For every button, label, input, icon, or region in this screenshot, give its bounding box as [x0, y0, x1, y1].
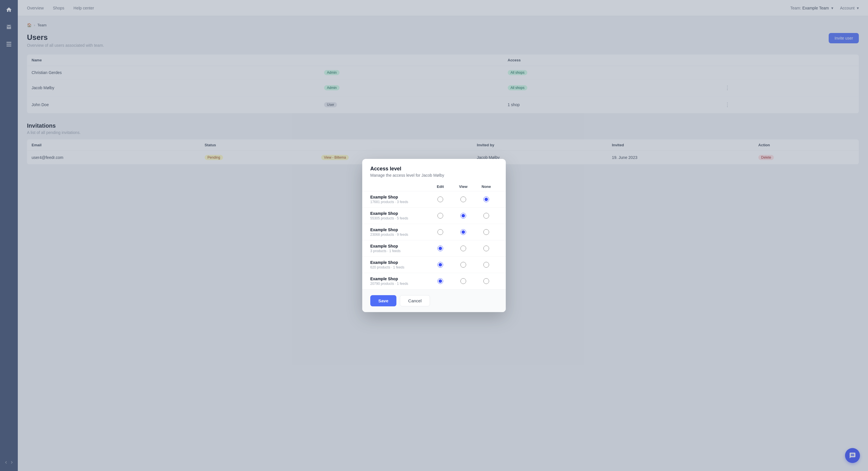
shop-meta: 3 products · 1 feeds — [370, 249, 429, 253]
shop-info: Example Shop 23068 products · 9 feeds — [370, 228, 429, 237]
edit-radio-cell[interactable] — [429, 213, 452, 218]
view-radio[interactable] — [460, 262, 466, 268]
view-radio-cell[interactable] — [452, 197, 475, 202]
shop-info: Example Shop 20790 products · 1 feeds — [370, 276, 429, 286]
view-radio-cell[interactable] — [452, 262, 475, 268]
shop-access-row: Example Shop 3 products · 1 feeds — [362, 240, 506, 257]
view-radio[interactable] — [460, 197, 466, 202]
modal-body: Example Shop 17681 products · 3 feeds Ex… — [362, 191, 506, 289]
view-radio[interactable] — [460, 245, 466, 251]
modal-header: Access level Manage the access level for… — [362, 159, 506, 182]
modal-footer: Save Cancel — [362, 289, 506, 312]
shop-access-row: Example Shop 20790 products · 1 feeds — [362, 273, 506, 289]
edit-radio[interactable] — [437, 213, 443, 218]
none-radio-cell[interactable] — [475, 245, 498, 251]
view-radio-cell[interactable] — [452, 213, 475, 218]
none-radio[interactable] — [484, 213, 489, 218]
shop-name: Example Shop — [370, 244, 429, 248]
shop-access-row: Example Shop 17681 products · 3 feeds — [362, 191, 506, 207]
none-radio-cell[interactable] — [475, 229, 498, 235]
shop-info: Example Shop 17681 products · 3 feeds — [370, 195, 429, 204]
edit-radio-cell[interactable] — [429, 278, 452, 284]
shop-info: Example Shop 3 products · 1 feeds — [370, 244, 429, 253]
modal-subtitle: Manage the access level for Jacob Mølby — [370, 173, 498, 177]
none-radio[interactable] — [484, 262, 489, 268]
view-radio[interactable] — [460, 213, 466, 218]
none-radio[interactable] — [484, 278, 489, 284]
edit-radio-cell[interactable] — [429, 245, 452, 251]
none-radio-cell[interactable] — [475, 197, 498, 202]
shop-access-row: Example Shop 620 products · 1 feeds — [362, 257, 506, 273]
none-radio[interactable] — [484, 245, 489, 251]
shop-name: Example Shop — [370, 228, 429, 232]
access-columns-header: Edit View None — [362, 182, 506, 191]
edit-radio-cell[interactable] — [429, 229, 452, 235]
col-none-header: None — [475, 184, 498, 189]
edit-radio-cell[interactable] — [429, 197, 452, 202]
shop-name: Example Shop — [370, 276, 429, 281]
none-radio-cell[interactable] — [475, 213, 498, 218]
edit-radio[interactable] — [437, 229, 443, 235]
edit-radio[interactable] — [437, 262, 443, 268]
edit-radio[interactable] — [437, 245, 443, 251]
shop-meta: 55305 products · 5 feeds — [370, 216, 429, 220]
shop-info: Example Shop 55305 products · 5 feeds — [370, 211, 429, 220]
none-radio-cell[interactable] — [475, 262, 498, 268]
shop-access-row: Example Shop 55305 products · 5 feeds — [362, 207, 506, 224]
shop-name: Example Shop — [370, 195, 429, 199]
col-edit-header: Edit — [429, 184, 452, 189]
none-radio-cell[interactable] — [475, 278, 498, 284]
access-level-modal: Access level Manage the access level for… — [362, 159, 506, 312]
save-button[interactable]: Save — [370, 295, 396, 306]
edit-radio-cell[interactable] — [429, 262, 452, 268]
shop-name: Example Shop — [370, 260, 429, 265]
view-radio[interactable] — [460, 229, 466, 235]
edit-radio[interactable] — [437, 197, 443, 202]
shop-meta: 620 products · 1 feeds — [370, 265, 429, 269]
none-radio[interactable] — [484, 197, 489, 202]
view-radio[interactable] — [460, 278, 466, 284]
view-radio-cell[interactable] — [452, 278, 475, 284]
col-shop-header — [370, 184, 429, 189]
shop-access-row: Example Shop 23068 products · 9 feeds — [362, 224, 506, 240]
shop-info: Example Shop 620 products · 1 feeds — [370, 260, 429, 269]
col-view-header: View — [452, 184, 475, 189]
shop-name: Example Shop — [370, 211, 429, 216]
shop-meta: 23068 products · 9 feeds — [370, 233, 429, 237]
edit-radio[interactable] — [437, 278, 443, 284]
cancel-button[interactable]: Cancel — [400, 295, 430, 306]
view-radio-cell[interactable] — [452, 245, 475, 251]
modal-overlay: Access level Manage the access level for… — [0, 0, 868, 471]
shop-meta: 17681 products · 3 feeds — [370, 200, 429, 204]
modal-title: Access level — [370, 166, 498, 172]
none-radio[interactable] — [484, 229, 489, 235]
shop-meta: 20790 products · 1 feeds — [370, 282, 429, 286]
view-radio-cell[interactable] — [452, 229, 475, 235]
